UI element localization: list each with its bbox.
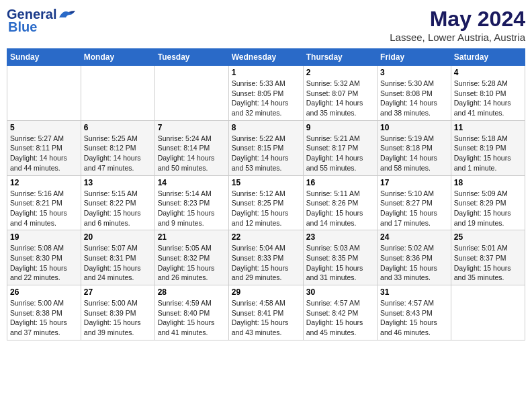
weekday-header: Friday <box>378 49 451 66</box>
calendar-day-cell: 9Sunrise: 5:21 AM Sunset: 8:17 PM Daylig… <box>303 120 377 175</box>
calendar-week-row: 12Sunrise: 5:16 AM Sunset: 8:21 PM Dayli… <box>7 175 525 230</box>
calendar-day-cell: 1Sunrise: 5:33 AM Sunset: 8:05 PM Daylig… <box>228 66 303 121</box>
day-number: 2 <box>306 68 374 77</box>
day-info: Sunrise: 5:08 AM Sunset: 8:30 PM Dayligh… <box>10 243 78 283</box>
day-number: 14 <box>158 178 226 187</box>
calendar-day-cell: 13Sunrise: 5:15 AM Sunset: 8:22 PM Dayli… <box>81 175 154 230</box>
calendar-day-cell <box>451 285 525 340</box>
calendar-day-cell: 5Sunrise: 5:27 AM Sunset: 8:11 PM Daylig… <box>7 120 81 175</box>
calendar-table: SundayMondayTuesdayWednesdayThursdayFrid… <box>7 48 525 340</box>
weekday-header: Sunday <box>7 49 81 66</box>
calendar-day-cell: 30Sunrise: 4:57 AM Sunset: 8:42 PM Dayli… <box>303 285 377 340</box>
logo-blue: Blue <box>8 19 37 35</box>
calendar-day-cell: 6Sunrise: 5:25 AM Sunset: 8:12 PM Daylig… <box>81 120 154 175</box>
day-number: 11 <box>454 123 522 132</box>
calendar-day-cell: 23Sunrise: 5:03 AM Sunset: 8:35 PM Dayli… <box>303 230 377 285</box>
day-info: Sunrise: 5:02 AM Sunset: 8:36 PM Dayligh… <box>380 243 448 283</box>
day-number: 5 <box>10 123 78 132</box>
day-info: Sunrise: 5:21 AM Sunset: 8:17 PM Dayligh… <box>306 134 374 173</box>
day-info: Sunrise: 5:14 AM Sunset: 8:23 PM Dayligh… <box>158 189 226 228</box>
calendar-day-cell <box>154 66 228 121</box>
day-info: Sunrise: 5:28 AM Sunset: 8:10 PM Dayligh… <box>454 79 522 118</box>
day-number: 3 <box>380 68 448 77</box>
day-info: Sunrise: 5:25 AM Sunset: 8:12 PM Dayligh… <box>84 134 152 173</box>
calendar-day-cell: 12Sunrise: 5:16 AM Sunset: 8:21 PM Dayli… <box>7 175 81 230</box>
calendar-day-cell: 14Sunrise: 5:14 AM Sunset: 8:23 PM Dayli… <box>154 175 228 230</box>
calendar-day-cell: 21Sunrise: 5:05 AM Sunset: 8:32 PM Dayli… <box>154 230 228 285</box>
day-number: 13 <box>84 178 152 187</box>
day-number: 6 <box>84 123 152 132</box>
calendar-day-cell: 3Sunrise: 5:30 AM Sunset: 8:08 PM Daylig… <box>378 66 451 121</box>
day-info: Sunrise: 5:33 AM Sunset: 8:05 PM Dayligh… <box>232 79 300 118</box>
weekday-header: Monday <box>81 49 154 66</box>
calendar-week-row: 19Sunrise: 5:08 AM Sunset: 8:30 PM Dayli… <box>7 230 525 285</box>
calendar-day-cell: 20Sunrise: 5:07 AM Sunset: 8:31 PM Dayli… <box>81 230 154 285</box>
day-number: 21 <box>158 232 226 242</box>
day-number: 23 <box>306 232 374 242</box>
day-info: Sunrise: 5:01 AM Sunset: 8:37 PM Dayligh… <box>454 243 522 283</box>
day-info: Sunrise: 5:07 AM Sunset: 8:31 PM Dayligh… <box>84 243 152 283</box>
calendar-day-cell: 19Sunrise: 5:08 AM Sunset: 8:30 PM Dayli… <box>7 230 81 285</box>
day-info: Sunrise: 5:18 AM Sunset: 8:19 PM Dayligh… <box>454 134 522 173</box>
calendar-day-cell: 8Sunrise: 5:22 AM Sunset: 8:15 PM Daylig… <box>228 120 303 175</box>
calendar-day-cell: 22Sunrise: 5:04 AM Sunset: 8:33 PM Dayli… <box>228 230 303 285</box>
page-title: May 2024 <box>390 7 525 32</box>
day-number: 27 <box>84 287 152 297</box>
day-number: 8 <box>232 123 300 132</box>
day-info: Sunrise: 5:04 AM Sunset: 8:33 PM Dayligh… <box>232 243 300 283</box>
day-number: 30 <box>306 287 374 297</box>
title-block: May 2024 Lassee, Lower Austria, Austria <box>390 7 525 43</box>
day-number: 16 <box>306 178 374 187</box>
day-number: 25 <box>454 232 522 242</box>
day-info: Sunrise: 5:10 AM Sunset: 8:27 PM Dayligh… <box>380 189 448 228</box>
day-info: Sunrise: 5:00 AM Sunset: 8:39 PM Dayligh… <box>84 298 152 338</box>
calendar-day-cell: 24Sunrise: 5:02 AM Sunset: 8:36 PM Dayli… <box>378 230 451 285</box>
logo-bird-icon <box>58 8 77 21</box>
calendar-day-cell: 18Sunrise: 5:09 AM Sunset: 8:29 PM Dayli… <box>451 175 525 230</box>
calendar-day-cell: 17Sunrise: 5:10 AM Sunset: 8:27 PM Dayli… <box>378 175 451 230</box>
calendar-day-cell: 25Sunrise: 5:01 AM Sunset: 8:37 PM Dayli… <box>451 230 525 285</box>
day-number: 29 <box>232 287 300 297</box>
day-number: 17 <box>380 178 448 187</box>
calendar-day-cell <box>7 66 81 121</box>
day-info: Sunrise: 5:19 AM Sunset: 8:18 PM Dayligh… <box>380 134 448 173</box>
day-number: 24 <box>380 232 448 242</box>
calendar-week-row: 26Sunrise: 5:00 AM Sunset: 8:38 PM Dayli… <box>7 285 525 340</box>
calendar-day-cell: 10Sunrise: 5:19 AM Sunset: 8:18 PM Dayli… <box>378 120 451 175</box>
calendar-day-cell: 27Sunrise: 5:00 AM Sunset: 8:39 PM Dayli… <box>81 285 154 340</box>
day-info: Sunrise: 4:57 AM Sunset: 8:42 PM Dayligh… <box>306 298 374 338</box>
calendar-week-row: 1Sunrise: 5:33 AM Sunset: 8:05 PM Daylig… <box>7 66 525 121</box>
day-info: Sunrise: 4:57 AM Sunset: 8:43 PM Dayligh… <box>380 298 448 338</box>
day-info: Sunrise: 4:59 AM Sunset: 8:40 PM Dayligh… <box>158 298 226 338</box>
day-number: 31 <box>380 287 448 297</box>
day-number: 26 <box>10 287 78 297</box>
day-info: Sunrise: 5:15 AM Sunset: 8:22 PM Dayligh… <box>84 189 152 228</box>
calendar-day-cell: 31Sunrise: 4:57 AM Sunset: 8:43 PM Dayli… <box>378 285 451 340</box>
calendar-day-cell: 26Sunrise: 5:00 AM Sunset: 8:38 PM Dayli… <box>7 285 81 340</box>
calendar-day-cell: 4Sunrise: 5:28 AM Sunset: 8:10 PM Daylig… <box>451 66 525 121</box>
day-info: Sunrise: 5:32 AM Sunset: 8:07 PM Dayligh… <box>306 79 374 118</box>
logo: General Blue <box>7 7 77 35</box>
weekday-header: Saturday <box>451 49 525 66</box>
day-number: 19 <box>10 232 78 242</box>
day-info: Sunrise: 5:12 AM Sunset: 8:25 PM Dayligh… <box>232 189 300 228</box>
day-info: Sunrise: 5:27 AM Sunset: 8:11 PM Dayligh… <box>10 134 78 173</box>
header-row: SundayMondayTuesdayWednesdayThursdayFrid… <box>7 49 525 66</box>
page-header: General Blue May 2024 Lassee, Lower Aust… <box>7 7 525 43</box>
day-info: Sunrise: 5:22 AM Sunset: 8:15 PM Dayligh… <box>232 134 300 173</box>
calendar-day-cell: 2Sunrise: 5:32 AM Sunset: 8:07 PM Daylig… <box>303 66 377 121</box>
day-info: Sunrise: 5:11 AM Sunset: 8:26 PM Dayligh… <box>306 189 374 228</box>
day-info: Sunrise: 5:03 AM Sunset: 8:35 PM Dayligh… <box>306 243 374 283</box>
page-subtitle: Lassee, Lower Austria, Austria <box>390 32 525 43</box>
weekday-header: Tuesday <box>154 49 228 66</box>
calendar-day-cell: 28Sunrise: 4:59 AM Sunset: 8:40 PM Dayli… <box>154 285 228 340</box>
day-info: Sunrise: 5:00 AM Sunset: 8:38 PM Dayligh… <box>10 298 78 338</box>
calendar-day-cell: 15Sunrise: 5:12 AM Sunset: 8:25 PM Dayli… <box>228 175 303 230</box>
weekday-header: Wednesday <box>228 49 303 66</box>
calendar-week-row: 5Sunrise: 5:27 AM Sunset: 8:11 PM Daylig… <box>7 120 525 175</box>
day-number: 1 <box>232 68 300 77</box>
day-number: 10 <box>380 123 448 132</box>
weekday-header: Thursday <box>303 49 377 66</box>
day-number: 22 <box>232 232 300 242</box>
day-number: 12 <box>10 178 78 187</box>
